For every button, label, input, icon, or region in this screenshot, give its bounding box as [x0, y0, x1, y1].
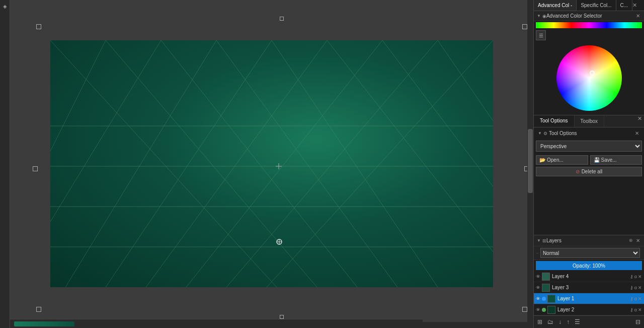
left-tool-1[interactable]: ◈	[1, 2, 9, 10]
layer-item-4[interactable]: 👁 Layer 4 ⚷ α ✕	[534, 271, 644, 282]
layers-settings-icon[interactable]: ⊕	[629, 238, 633, 243]
move-down-btn[interactable]: ↓	[557, 317, 563, 326]
layers-close-btn[interactable]: ⊟	[634, 317, 642, 326]
scrollbar-thumb-v[interactable]	[528, 129, 533, 193]
layer3-eye[interactable]: 👁	[536, 285, 540, 290]
svg-line-19	[50, 40, 161, 222]
layers-title: Layers	[546, 238, 629, 243]
layer1-delete[interactable]: ✕	[638, 296, 642, 301]
layer4-filter[interactable]: α	[634, 274, 637, 279]
tool-options-section: ▼ ⚙ Tool Options ✕ Perspective 📂 Open...…	[534, 127, 644, 235]
layer4-eye[interactable]: 👁	[536, 274, 540, 279]
top-tabs: Advanced Col - Specific Col... C... ✕	[534, 0, 644, 11]
layer1-eye[interactable]: 👁	[536, 296, 540, 301]
right-panel: Advanced Col - Specific Col... C... ✕ ▼ …	[533, 0, 644, 328]
svg-line-11	[438, 40, 493, 121]
open-icon: 📂	[539, 157, 545, 163]
layers-bottom-toolbar: ⊞ 🗂 ↓ ↑ ☰ ⊟	[534, 315, 644, 328]
layer1-filter[interactable]: α	[634, 296, 637, 301]
layer2-delete[interactable]: ✕	[638, 307, 642, 312]
layer3-icons: ⚷ α ✕	[630, 285, 642, 290]
tab-specific-color[interactable]: Specific Col...	[577, 0, 616, 11]
svg-line-8	[272, 40, 438, 287]
layer4-delete[interactable]: ✕	[638, 274, 642, 279]
tab-advanced-color[interactable]: Advanced Col -	[534, 0, 577, 11]
layers-icon: ⊞	[542, 238, 546, 243]
layers-header: ▼ ⊞ Layers ⊕ ✕	[534, 235, 644, 246]
main-canvas[interactable]	[50, 40, 493, 287]
tool-options-close[interactable]: ✕	[635, 115, 644, 127]
tool-options-x[interactable]: ✕	[634, 130, 640, 136]
layer3-link[interactable]: ⚷	[630, 285, 633, 290]
color-wheel-selector[interactable]	[590, 71, 595, 76]
svg-line-15	[186, 40, 382, 287]
status-gradient	[14, 321, 74, 326]
layer3-filter[interactable]: α	[634, 285, 637, 290]
layer1-thumb	[547, 295, 555, 303]
tab-tool-options[interactable]: Tool Options	[534, 115, 575, 127]
save-button[interactable]: 💾 Save...	[590, 155, 642, 165]
panel-tabs: Tool Options Toolbox ✕	[534, 115, 644, 127]
svg-line-17	[106, 40, 272, 287]
svg-line-7	[216, 40, 397, 287]
layer1-link[interactable]: ⚷	[630, 296, 633, 301]
color-expand-arrow[interactable]: ▼	[537, 14, 541, 18]
left-toolbar: ◈	[0, 0, 10, 328]
handle-ml[interactable]	[33, 166, 38, 171]
blend-mode-dropdown[interactable]: Normal	[540, 248, 640, 258]
color-gradient-bar[interactable]	[536, 22, 642, 28]
layer-menu-btn[interactable]: ☰	[573, 317, 582, 326]
color-selector-title: Advanced Color Selector	[546, 13, 635, 19]
opacity-bar[interactable]: Opacity: 100%	[536, 261, 642, 270]
open-button[interactable]: 📂 Open...	[536, 155, 588, 165]
handle-bc[interactable]	[280, 315, 284, 319]
close-panel-btn[interactable]: ✕	[632, 2, 637, 9]
layer-item-3[interactable]: 👁 Layer 3 ⚷ α ✕	[534, 282, 644, 293]
layer2-icons: ⚷ α ✕	[630, 307, 642, 312]
delete-icon: ⊘	[576, 169, 580, 174]
tool-options-header: ▼ ⚙ Tool Options ✕	[536, 129, 642, 137]
color-icon: ◉	[542, 14, 546, 19]
svg-line-9	[327, 40, 493, 252]
layer2-link[interactable]: ⚷	[630, 307, 633, 312]
tool-options-title: Tool Options	[549, 130, 634, 136]
tab-toolbox[interactable]: Toolbox	[575, 115, 604, 127]
handle-bl[interactable]	[36, 307, 41, 312]
svg-line-16	[146, 40, 327, 287]
color-wheel[interactable]	[556, 45, 622, 111]
layer4-link[interactable]: ⚷	[630, 274, 633, 279]
handle-tc[interactable]	[280, 17, 284, 21]
move-up-btn[interactable]: ↑	[565, 317, 571, 326]
handle-br[interactable]	[522, 307, 527, 312]
delete-all-button[interactable]: ⊘ Delete all	[536, 167, 642, 176]
color-settings-btn[interactable]: ☰	[536, 30, 546, 40]
layer2-filter[interactable]: α	[634, 307, 637, 312]
layer4-thumb	[542, 273, 550, 281]
handle-tr[interactable]	[522, 24, 527, 29]
layers-close[interactable]: ✕	[635, 238, 641, 243]
grid-overlay	[50, 40, 493, 287]
perspective-dropdown[interactable]: Perspective	[536, 141, 642, 152]
layers-header-icons: ⊕ ✕	[629, 238, 641, 243]
scrollbar-vertical[interactable]	[527, 0, 533, 322]
layer2-eye[interactable]: 👁	[536, 307, 540, 312]
tool-options-expand[interactable]: ▼	[538, 131, 542, 136]
handle-tl[interactable]	[36, 24, 41, 29]
tab-c[interactable]: C...	[616, 0, 633, 11]
color-selector-close[interactable]: ✕	[635, 13, 641, 19]
status-bar	[10, 319, 423, 328]
group-layer-btn[interactable]: 🗂	[546, 317, 555, 326]
layer3-delete[interactable]: ✕	[638, 285, 642, 290]
svg-line-4	[50, 40, 277, 287]
layers-expand[interactable]: ▼	[537, 238, 541, 243]
tool-options-icon: ⚙	[543, 131, 547, 136]
drag-handle: ····	[536, 251, 538, 255]
layers-section: ▼ ⊞ Layers ⊕ ✕ ···· Normal Opacity: 100%…	[534, 235, 644, 328]
canvas-wrapper	[40, 25, 523, 303]
layer-item-1[interactable]: 👁 Layer 1 ⚷ α ✕	[534, 293, 644, 304]
svg-line-5	[106, 40, 317, 287]
color-selector-section: ▼ ◉ Advanced Color Selector ✕ ☰	[534, 11, 644, 115]
layer-item-2[interactable]: 👁 Layer 2 ⚷ α ✕	[534, 304, 644, 315]
add-layer-btn[interactable]: ⊞	[536, 317, 544, 326]
save-icon: 💾	[594, 157, 600, 163]
